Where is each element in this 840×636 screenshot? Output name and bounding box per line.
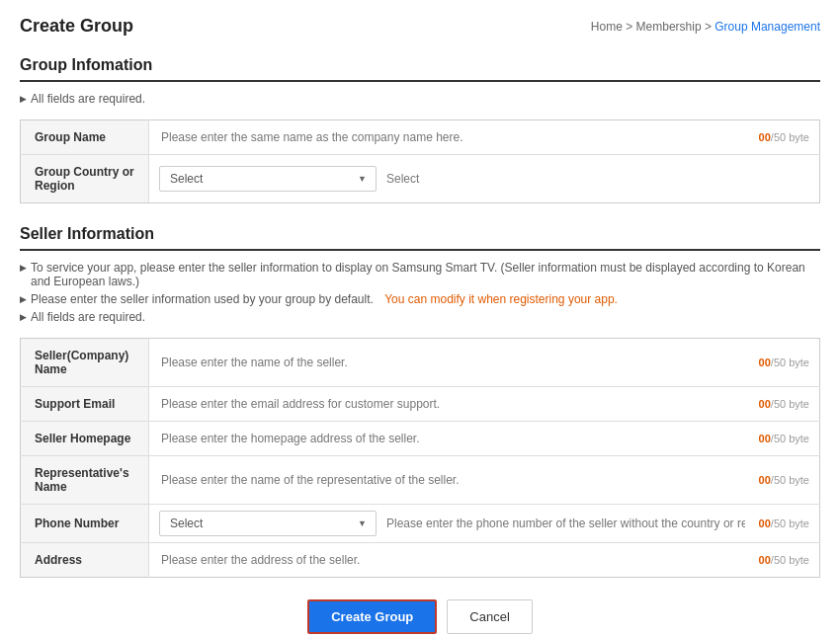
region-input[interactable] xyxy=(384,168,809,190)
seller-name-input-cell: 00/50 byte xyxy=(149,339,820,387)
group-name-label: Group Name xyxy=(21,120,149,155)
seller-note-2: Please enter the seller information used… xyxy=(20,292,820,306)
support-email-input[interactable] xyxy=(159,393,809,415)
group-info-form: Group Name 00/50 byte Group Country or R… xyxy=(20,119,820,203)
address-counter: 00/50 byte xyxy=(759,554,809,566)
seller-name-label: Seller(Company) Name xyxy=(21,339,149,387)
country-select-wrapper: Select xyxy=(159,166,377,192)
seller-homepage-row: Seller Homepage 00/50 byte xyxy=(21,422,820,456)
group-country-label: Group Country or Region xyxy=(21,155,149,203)
phone-number-label: Phone Number xyxy=(21,505,149,543)
address-label: Address xyxy=(21,543,149,578)
seller-homepage-input-cell: 00/50 byte xyxy=(149,422,820,456)
phone-country-select[interactable]: Select xyxy=(159,511,377,536)
seller-name-input[interactable] xyxy=(159,352,809,373)
address-row: Address 00/50 byte xyxy=(21,543,820,578)
country-select[interactable]: Select xyxy=(159,166,377,192)
group-info-title: Group Infomation xyxy=(20,56,820,82)
phone-number-row: Phone Number Select 00/50 byte xyxy=(21,505,820,543)
group-name-input[interactable] xyxy=(159,126,809,148)
phone-number-input-cell: Select 00/50 byte xyxy=(149,505,820,543)
cancel-button[interactable]: Cancel xyxy=(447,599,532,634)
seller-homepage-label: Seller Homepage xyxy=(21,422,149,456)
breadcrumb-sep1: > xyxy=(626,20,635,34)
breadcrumb-current[interactable]: Group Management xyxy=(714,20,820,34)
support-email-input-cell: 00/50 byte xyxy=(149,387,820,422)
group-info-note: All fields are required. xyxy=(20,92,820,106)
group-name-input-cell: 00/50 byte xyxy=(149,120,820,155)
phone-number-input[interactable] xyxy=(384,513,747,534)
support-email-counter: 00/50 byte xyxy=(759,398,809,410)
phone-counter: 00/50 byte xyxy=(759,517,809,529)
representative-name-label: Representative's Name xyxy=(21,456,149,505)
breadcrumb-home: Home xyxy=(591,20,623,34)
seller-note-1: To service your app, please enter the se… xyxy=(20,261,820,288)
group-country-row: Group Country or Region Select xyxy=(21,155,820,203)
representative-name-input-cell: 00/50 byte xyxy=(149,456,820,505)
seller-homepage-input[interactable] xyxy=(159,428,809,449)
representative-name-counter: 00/50 byte xyxy=(759,474,809,486)
support-email-label: Support Email xyxy=(21,387,149,422)
seller-homepage-counter: 00/50 byte xyxy=(759,433,809,444)
representative-name-row: Representative's Name 00/50 byte xyxy=(21,456,820,505)
seller-note-2-highlight: You can modify it when registering your … xyxy=(384,292,618,306)
support-email-row: Support Email 00/50 byte xyxy=(21,387,820,422)
phone-select-wrapper: Select xyxy=(159,511,377,536)
address-input[interactable] xyxy=(159,549,809,571)
breadcrumb-sep2: > xyxy=(705,20,714,34)
button-row: Create Group Cancel xyxy=(20,599,820,636)
group-country-input-cell: Select xyxy=(149,155,820,203)
group-name-row: Group Name 00/50 byte xyxy=(21,120,820,155)
seller-name-counter: 00/50 byte xyxy=(759,357,809,368)
seller-info-title: Seller Information xyxy=(20,225,820,251)
seller-name-row: Seller(Company) Name 00/50 byte xyxy=(21,339,820,387)
representative-name-input[interactable] xyxy=(159,469,809,491)
seller-info-form: Seller(Company) Name 00/50 byte Support … xyxy=(20,338,820,578)
address-input-cell: 00/50 byte xyxy=(149,543,820,578)
breadcrumb: Home > Membership > Group Management xyxy=(591,20,820,34)
group-name-counter: 00/50 byte xyxy=(759,131,809,143)
create-group-button[interactable]: Create Group xyxy=(307,599,437,634)
seller-note-3: All fields are required. xyxy=(20,310,820,324)
breadcrumb-membership: Membership xyxy=(636,20,702,34)
page-title: Create Group xyxy=(20,16,133,37)
